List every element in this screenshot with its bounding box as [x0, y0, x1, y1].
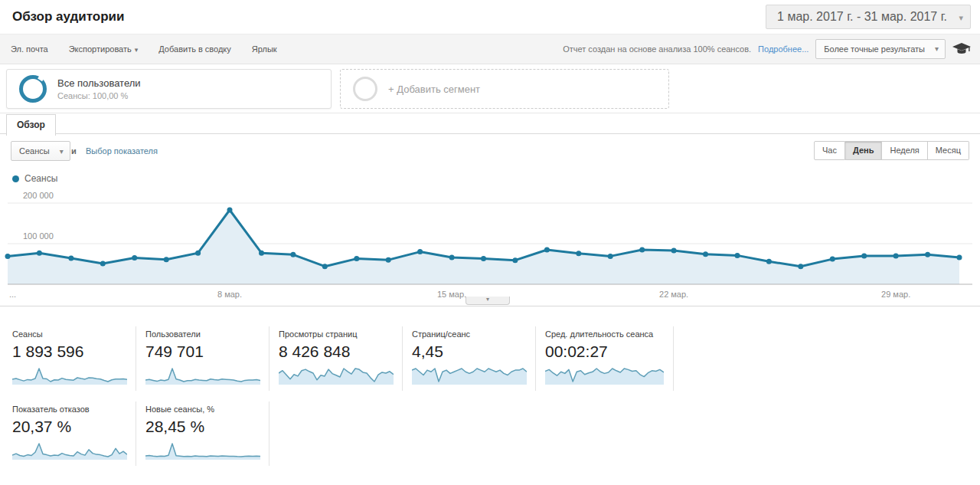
email-button[interactable]: Эл. почта	[11, 44, 48, 54]
sparkline-chart	[145, 441, 260, 460]
details-link[interactable]: Подробнее...	[758, 44, 808, 54]
sampling-note: Отчет создан на основе анализа 100% сеан…	[563, 44, 751, 54]
segment-donut-icon	[19, 75, 47, 103]
divider	[402, 326, 403, 391]
metric-value: 8 426 848	[279, 342, 401, 361]
tab-overview[interactable]: Обзор	[6, 114, 56, 136]
divider	[136, 401, 136, 466]
sparkline-chart	[545, 366, 664, 385]
svg-text:200 000: 200 000	[23, 191, 54, 200]
date-range-label: 1 мар. 2017 г. - 31 мар. 2017 г.	[777, 10, 947, 23]
precision-dropdown[interactable]: Более точные результаты ▾	[815, 39, 946, 59]
chevron-down-icon: ▾	[60, 143, 64, 161]
and-label: и	[71, 146, 77, 156]
chart-legend: Сеансы	[12, 173, 57, 184]
shortcut-button[interactable]: Ярлык	[252, 44, 277, 54]
metric-value: 4,45	[412, 342, 534, 361]
series-dot-icon	[12, 175, 19, 182]
chart-collapse-handle[interactable]: ▾	[466, 297, 510, 305]
metric-label: Показатель отказов	[12, 405, 135, 414]
sparkline-chart	[12, 441, 127, 460]
date-range-picker[interactable]: 1 мар. 2017 г. - 31 мар. 2017 г. ▾	[766, 5, 971, 29]
toolbar-right: Отчет создан на основе анализа 100% сеан…	[563, 34, 971, 64]
divider	[673, 326, 674, 391]
page-title: Обзор аудитории	[12, 9, 125, 25]
export-button[interactable]: Экспортировать▾	[69, 44, 139, 54]
action-toolbar: Эл. почта Экспортировать▾ Добавить в сво…	[0, 34, 980, 64]
divider	[269, 401, 270, 466]
metric-label: Новые сеансы, %	[145, 405, 268, 414]
svg-text:22 мар.: 22 мар.	[659, 290, 688, 299]
add-segment-label: + Добавить сегмент	[388, 84, 480, 95]
svg-text:29 мар.: 29 мар.	[881, 290, 910, 299]
sparkline-chart	[279, 366, 394, 385]
add-segment-button[interactable]: + Добавить сегмент	[340, 69, 669, 109]
granularity-week-button[interactable]: Неделя	[882, 141, 927, 160]
metric-card-new-sessions[interactable]: Новые сеансы, % 28,45 %	[145, 405, 268, 460]
chevron-down-icon: ▾	[935, 40, 939, 58]
select-metric-link[interactable]: Выбор показателя	[86, 146, 158, 156]
audience-overview-page: Обзор аудитории 1 мар. 2017 г. - 31 мар.…	[0, 0, 980, 485]
divider	[136, 326, 136, 391]
timeline-panel: Сеансы ▾ и Выбор показателя Час День Нед…	[0, 134, 980, 306]
chevron-down-icon: ▾	[135, 46, 139, 54]
segment-title: Все пользователи	[57, 77, 141, 89]
series-label: Сеансы	[24, 173, 57, 184]
metric-card-avg-session-duration[interactable]: Сред. длительность сеанса 00:02:27	[545, 329, 668, 385]
metric-label: Страниц/сеанс	[412, 329, 534, 339]
metric-value: 1 893 596	[12, 342, 135, 361]
svg-text:...: ...	[9, 290, 16, 299]
svg-text:8 мар.: 8 мар.	[217, 290, 242, 299]
page-header: Обзор аудитории 1 мар. 2017 г. - 31 мар.…	[0, 0, 980, 34]
metric-card-pages-per-session[interactable]: Страниц/сеанс 4,45	[412, 329, 534, 385]
sparkline-chart	[145, 366, 260, 385]
metric-select-dropdown[interactable]: Сеансы ▾	[11, 141, 70, 161]
metric-card-users[interactable]: Пользователи 749 701	[145, 329, 268, 385]
chevron-down-icon: ▾	[959, 6, 963, 29]
metric-card-bounce-rate[interactable]: Показатель отказов 20,37 %	[12, 405, 135, 460]
metric-card-pageviews[interactable]: Просмотры страниц 8 426 848	[279, 329, 401, 385]
metric-value: 28,45 %	[145, 418, 268, 436]
metric-value: 20,37 %	[12, 418, 135, 436]
metrics-section: Сеансы 1 893 596 Пользователи 749 701 Пр…	[0, 306, 980, 485]
sessions-line-chart[interactable]: 100 000200 000...8 мар.15 мар.22 мар.29 …	[0, 185, 980, 301]
metric-label: Сред. длительность сеанса	[545, 329, 668, 339]
add-to-dashboard-button[interactable]: Добавить в сводку	[158, 44, 231, 54]
svg-text:100 000: 100 000	[23, 231, 54, 241]
toolbar-actions: Эл. почта Экспортировать▾ Добавить в сво…	[11, 34, 277, 64]
metric-label: Сеансы	[12, 329, 135, 339]
metric-label: Просмотры страниц	[279, 329, 401, 339]
graduation-cap-icon[interactable]	[952, 43, 971, 55]
divider	[269, 326, 270, 391]
metric-value: 00:02:27	[545, 342, 668, 361]
granularity-day-button[interactable]: День	[845, 141, 883, 160]
tab-bar: Обзор	[0, 113, 980, 134]
segment-ring-icon	[353, 77, 377, 101]
metric-card-sessions[interactable]: Сеансы 1 893 596	[12, 329, 135, 385]
metric-value: 749 701	[145, 342, 268, 361]
sparkline-chart	[12, 366, 127, 385]
segment-subtitle: Сеансы: 100,00 %	[57, 91, 141, 100]
segment-all-users[interactable]: Все пользователи Сеансы: 100,00 %	[6, 69, 332, 109]
granularity-hour-button[interactable]: Час	[814, 141, 845, 160]
svg-text:15 мар.: 15 мар.	[437, 290, 466, 299]
metric-label: Пользователи	[145, 329, 268, 339]
granularity-month-button[interactable]: Месяц	[928, 141, 969, 160]
sparkline-chart	[412, 366, 527, 385]
segments-bar: Все пользователи Сеансы: 100,00 % + Доба…	[0, 65, 980, 113]
granularity-button-group: Час День Неделя Месяц	[814, 141, 969, 160]
divider	[535, 326, 536, 391]
